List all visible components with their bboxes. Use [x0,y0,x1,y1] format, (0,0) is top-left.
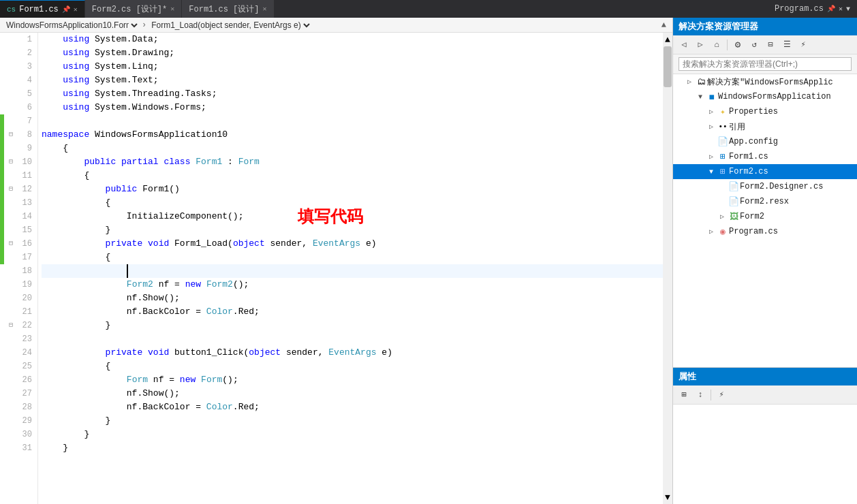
tree-arrow-project[interactable]: ▼ [695,93,706,101]
code-line-30: } [42,428,663,441]
properties-header: 属性 [673,368,857,385]
scroll-thumb[interactable] [664,46,672,87]
props-sort-btn[interactable]: ↕ [693,388,708,403]
tree-arrow-form2cs[interactable]: ▼ [706,168,717,176]
right-panel: 解决方案资源管理器 ◁ ▷ ⌂ ⚙ ↺ ⊟ ☰ ⚡ ▷ 🗂 [673,18,857,504]
code-line-17: { [42,251,663,264]
breadcrumb-scroll-up[interactable]: ▲ [659,20,669,30]
tree-item-properties[interactable]: ▷ ✦ Properties [673,104,857,119]
tree-item-form2resx[interactable]: ▷ 📄 Form2.resx [673,194,857,209]
scroll-down-btn[interactable]: ▼ [663,490,672,504]
toolbar-refresh-btn[interactable]: ↺ [747,37,762,52]
scroll-up-btn[interactable]: ▲ [663,33,672,46]
editor-scrollbar[interactable]: ▲ ▼ [663,33,672,504]
toolbar-collapse-btn[interactable]: ⊟ [763,37,778,52]
program-tab[interactable]: Program.cs 📌 ✕ ▼ [768,0,857,18]
program-tab-close[interactable]: ✕ [839,5,843,13]
toolbar-back-btn[interactable]: ◁ [676,37,691,52]
tree-item-programcs[interactable]: ▷ ◉ Program.cs [673,224,857,239]
line-num-31: 31 [21,441,32,455]
tree-item-references[interactable]: ▷ •• 引用 [673,119,857,134]
tree-label-references: 引用 [729,121,745,133]
main-area: WindowsFormsApplication10.Form1 › Form1_… [0,18,857,504]
tree-label-form2: Form2 [740,212,764,221]
gutter-spacer-2 [4,142,18,155]
code-line-21: nf.BackColor = Color.Red; [42,305,663,319]
program-tab-pin[interactable]: 📌 [827,5,835,13]
line-num-27: 27 [21,387,32,400]
code-line-29: } [42,414,663,428]
tree-arrow-references[interactable]: ▷ [706,123,717,131]
tab-form2design-close[interactable]: ✕ [170,5,174,13]
collapse-namespace[interactable]: ⊟ [4,128,18,142]
tree-item-solution[interactable]: ▷ 🗂 解决方案"WindowsFormsApplic [673,74,857,89]
properties-panel: 属性 ⊞ ↕ ⚡ [673,368,857,504]
tab-form1design[interactable]: Form1.cs [设计] ✕ [182,0,274,18]
kw-using-1: using [42,33,89,46]
line-num-1: 1 [21,33,32,46]
collapse-method2[interactable]: ⊟ [4,319,18,332]
code-line-18[interactable] [42,264,663,278]
collapse-class[interactable]: ⊟ [4,155,18,169]
code-content[interactable]: using System.Data; using System.Drawing;… [38,33,663,504]
toolbar-filter-btn[interactable]: ⚡ [796,37,811,52]
tab-form1cs[interactable]: cs Form1.cs 📌 ✕ [0,0,85,18]
line-num-22: 22 [21,319,32,332]
code-line-11: { [42,169,663,183]
tree-item-form2designer[interactable]: ▷ 📄 Form2.Designer.cs [673,179,857,194]
line-num-19: 19 [21,278,32,292]
breadcrumb-left-select[interactable]: WindowsFormsApplication10.Form1 [3,20,140,31]
toolbar-forward-btn[interactable]: ▷ [693,37,708,52]
kw-using-3: using [42,60,89,74]
tab-form2design-label: Form2.cs [设计]* [92,3,167,15]
toolbar-home-btn[interactable]: ⌂ [709,37,724,52]
toolbar-showfiles-btn[interactable]: ☰ [779,37,794,52]
tab-form1design-close[interactable]: ✕ [263,5,267,13]
collapse-gutter: ⊟ ⊟ ⊟ ⊟ ⊟ [4,33,18,504]
collapse-method1[interactable]: ⊟ [4,237,18,251]
tree-label-programcs: Program.cs [729,227,778,236]
tab-form1design-label: Form1.cs [设计] [189,3,259,15]
tab-form1cs-close[interactable]: ✕ [74,5,78,14]
tree-icon-form2: 🖼 [728,212,740,222]
tree-item-appconfig[interactable]: ▷ 📄 App.config [673,134,857,149]
breadcrumb-right-select[interactable]: Form1_Load(object sender, EventArgs e) [149,20,312,31]
code-line-26: Form nf = new Form(); [42,373,663,387]
line-num-7: 7 [21,114,32,128]
tab-form1cs-pin[interactable]: 📌 [62,5,70,14]
code-lines: using System.Data; using System.Drawing;… [42,33,663,455]
toolbar-settings-btn[interactable]: ⚙ [730,37,745,52]
collapse-ctor[interactable]: ⊟ [4,183,18,196]
tree-arrow-properties[interactable]: ▷ [706,108,717,116]
tree-item-form2cs[interactable]: ▼ ⊞ Form2.cs [673,164,857,179]
kw-using-5: using [42,87,89,101]
properties-toolbar: ⊞ ↕ ⚡ [673,385,857,405]
tree-arrow-programcs[interactable]: ▷ [706,227,717,236]
tree-item-project[interactable]: ▼ ◼ WindowsFormsApplication [673,89,857,104]
kw-using-6: using [42,101,89,114]
tree-item-form2[interactable]: ▷ 🖼 Form2 [673,209,857,224]
props-grid-btn[interactable]: ⊞ [676,388,691,403]
code-line-2: using System.Drawing; [42,46,663,60]
tab-form1cs-icon: cs [7,5,16,14]
tree-arrow-solution[interactable]: ▷ [684,78,695,86]
code-line-5: using System.Threading.Tasks; [42,87,663,101]
search-input[interactable] [679,57,852,71]
line-num-21: 21 [21,305,32,319]
tree-arrow-form1cs[interactable]: ▷ [706,153,717,161]
toolbar-sep-1 [727,40,728,50]
line-num-15: 15 [21,223,32,237]
line-num-3: 3 [21,60,32,74]
code-editor[interactable]: ⊟ ⊟ ⊟ ⊟ ⊟ 1 2 3 4 5 6 7 8 9 10 [0,33,672,504]
line-num-20: 20 [21,292,32,305]
code-line-9: { [42,142,663,155]
tree-arrow-form2[interactable]: ▷ [717,212,728,221]
props-events-btn[interactable]: ⚡ [714,388,729,403]
tab-form2design[interactable]: Form2.cs [设计]* ✕ [85,0,182,18]
program-tab-expand[interactable]: ▼ [846,5,850,13]
scroll-track [663,46,672,490]
line-num-6: 6 [21,101,32,114]
cursor [127,264,134,278]
tree-item-form1cs[interactable]: ▷ ⊞ Form1.cs [673,149,857,164]
search-box [673,54,857,74]
